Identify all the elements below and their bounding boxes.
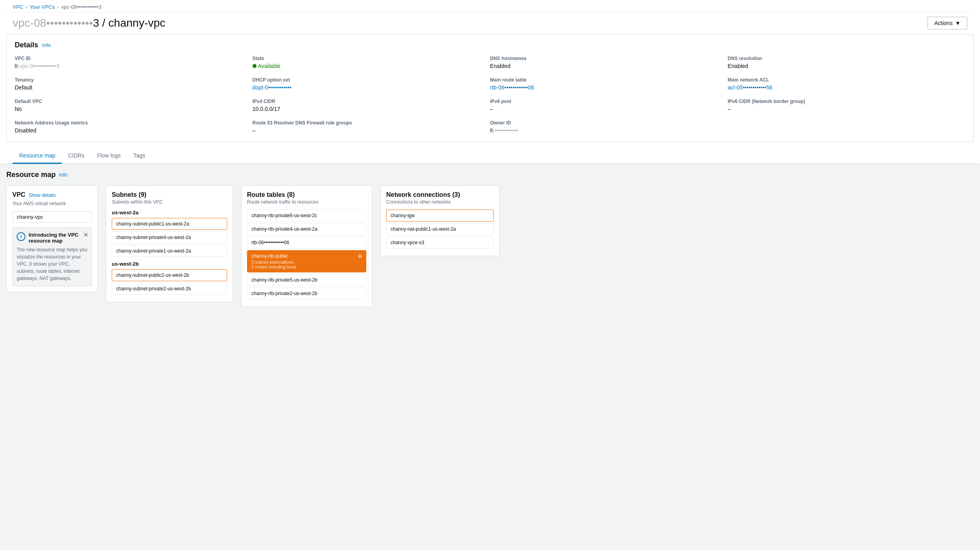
details-grid: VPC ID ⎘ vpc-0••••••••••••3 State Availa… xyxy=(15,56,965,134)
conn-item-nat[interactable]: channy-nat-public1-us-west-2a xyxy=(386,223,494,235)
dhcp-link[interactable]: dopt-0•••••••••••• xyxy=(253,84,292,91)
route-item-private4[interactable]: channy-rtb-private4-us-west-2a xyxy=(247,223,366,235)
resource-map-title: Resource map xyxy=(6,171,56,179)
detail-route53-firewall: Route 53 Resolver DNS Firewall rule grou… xyxy=(253,120,490,134)
actions-dropdown-icon: ▼ xyxy=(955,20,961,26)
region-us-west-2a: us-west-2a xyxy=(112,210,227,216)
subnet-item-public1-us-west-2a[interactable]: channy-subnet-public1-us-west-2a xyxy=(112,218,227,230)
subnet-item-private1-us-west-2a[interactable]: channy-subnet-private1-us-west-2a xyxy=(112,245,227,257)
details-title: Details xyxy=(15,41,38,49)
status-available: Available xyxy=(253,63,281,69)
section-header: Resource map Info xyxy=(6,171,974,179)
route-public-meta: 3 subnet associations2 routes including … xyxy=(251,260,362,269)
breadcrumb-your-vpcs[interactable]: Your VPCs xyxy=(30,4,55,10)
details-header: Details Info xyxy=(15,41,965,49)
route-tables-card: Route tables (8) Route network traffic t… xyxy=(241,185,372,307)
region-us-west-2b: us-west-2b xyxy=(112,261,227,267)
vpc-id-blurred: vpc-08•••••••••••• xyxy=(13,17,93,29)
network-connections-card: Network connections (3) Connections to o… xyxy=(380,185,500,256)
tab-flow-logs[interactable]: Flow logs xyxy=(91,148,127,164)
actions-label: Actions xyxy=(934,20,953,26)
copy-icon[interactable]: ⎘ xyxy=(15,63,18,69)
vpc-card: VPC Show details Your AWS virtual networ… xyxy=(6,185,98,292)
network-connections-title: Network connections (3) xyxy=(386,191,494,198)
main-network-acl-link[interactable]: acl-05••••••••••••56 xyxy=(728,84,773,91)
route-item-private5[interactable]: channy-rtb-private5-us-west-2b xyxy=(247,274,366,286)
breadcrumb-vpc[interactable]: VPC xyxy=(13,4,23,10)
detail-ipv6-pool: IPv6 pool – xyxy=(490,99,728,112)
page-title: vpc-08••••••••••••3 / channy-vpc xyxy=(13,17,165,29)
vpc-card-title: VPC xyxy=(12,191,25,198)
route-item-rtb06[interactable]: rtb-06••••••••••••06 xyxy=(247,237,366,249)
vpc-card-subtitle: Your AWS virtual network xyxy=(12,201,92,206)
info-banner: ✕ i Introducing the VPC resource map The… xyxy=(12,227,92,286)
subnets-card: Subnets (9) Subnets within this VPC us-w… xyxy=(106,185,233,302)
route-tables-title: Route tables (8) xyxy=(247,191,366,198)
detail-state: State Available xyxy=(253,56,490,69)
actions-button[interactable]: Actions ▼ xyxy=(928,17,967,29)
close-info-banner-button[interactable]: ✕ xyxy=(83,231,88,239)
detail-ipv4-cidr: IPv4 CIDR 10.0.0.0/17 xyxy=(253,99,490,112)
tabs-bar: Resource map CIDRs Flow logs Tags xyxy=(6,148,974,164)
detail-tenancy: Tenancy Default xyxy=(15,77,253,91)
tab-resource-map[interactable]: Resource map xyxy=(13,148,62,164)
breadcrumb-current: vpc-08••••••••••••3 xyxy=(61,4,101,10)
details-card: Details Info VPC ID ⎘ vpc-0••••••••••••3… xyxy=(6,34,974,142)
info-banner-title: Introducing the VPC resource map xyxy=(29,232,88,244)
conn-item-igw[interactable]: channy-igw xyxy=(386,210,494,222)
status-dot xyxy=(253,64,257,68)
resource-map-info-link[interactable]: Info xyxy=(59,172,68,178)
detail-main-route-table: Main route table rtb-06••••••••••••06 xyxy=(490,77,728,91)
main-route-table-link[interactable]: rtb-06••••••••••••06 xyxy=(490,84,534,91)
owner-copy-icon[interactable]: ⎘ xyxy=(490,127,493,134)
detail-dns-resolution: DNS resolution Enabled xyxy=(728,56,966,69)
detail-vpc-id: VPC ID ⎘ vpc-0••••••••••••3 xyxy=(15,56,253,69)
detail-ipv6-cidr: IPv6 CIDR (Network border group) – xyxy=(728,99,966,112)
info-icon: i xyxy=(17,232,25,241)
detail-main-network-acl: Main network ACL acl-05••••••••••••56 xyxy=(728,77,966,91)
detail-dhcp: DHCP option set dopt-0•••••••••••• xyxy=(253,77,490,91)
subnet-item-public2-us-west-2b[interactable]: channy-subnet-public2-us-west-2b xyxy=(112,269,227,281)
vpc-show-details-link[interactable]: Show details xyxy=(29,192,56,198)
subnets-title: Subnets (9) xyxy=(112,191,227,198)
detail-default-vpc: Default VPC No xyxy=(15,99,253,112)
conn-item-vpce[interactable]: channy-vpce-s3 xyxy=(386,237,494,249)
subnet-item-private4-us-west-2a[interactable]: channy-subnet-private4-us-west-2a xyxy=(112,231,227,243)
detail-owner-id: Owner ID ⎘ •••••••••••• xyxy=(490,120,728,134)
details-info-link[interactable]: Info xyxy=(42,42,51,48)
vpc-name-box: channy-vpc xyxy=(12,211,92,223)
route-item-private2[interactable]: channy-rtb-private2-us-west-2b xyxy=(247,288,366,299)
tab-cidrs[interactable]: CIDRs xyxy=(62,148,91,164)
breadcrumb: VPC › Your VPCs › vpc-08••••••••••••3 xyxy=(6,0,974,13)
subnets-subtitle: Subnets within this VPC xyxy=(112,199,227,205)
route-item-public[interactable]: channy-rtb-public ⧉ 3 subnet association… xyxy=(247,250,366,272)
route-tables-subtitle: Route network traffic to resources xyxy=(247,199,366,205)
detail-network-address-usage: Network Address Usage metrics Disabled xyxy=(15,120,253,134)
info-banner-text: The new resource map helps you visualize… xyxy=(17,246,88,282)
tab-tags[interactable]: Tags xyxy=(127,148,152,164)
external-link-icon[interactable]: ⧉ xyxy=(358,253,362,259)
route-public-name: channy-rtb-public xyxy=(251,253,288,259)
resource-map-grid: VPC Show details Your AWS virtual networ… xyxy=(6,185,974,307)
route-item-private6[interactable]: channy-rtb-private6-us-west-2c xyxy=(247,210,366,222)
detail-dns-hostnames: DNS hostnames Enabled xyxy=(490,56,728,69)
network-connections-subtitle: Connections to other networks xyxy=(386,199,494,205)
resource-map-section: Resource map Info VPC Show details Your … xyxy=(0,164,980,313)
page-header: vpc-08••••••••••••3 / channy-vpc Actions… xyxy=(6,13,974,34)
subnet-item-private2-us-west-2b[interactable]: channy-subnet-private2-us-west-2b xyxy=(112,283,227,295)
